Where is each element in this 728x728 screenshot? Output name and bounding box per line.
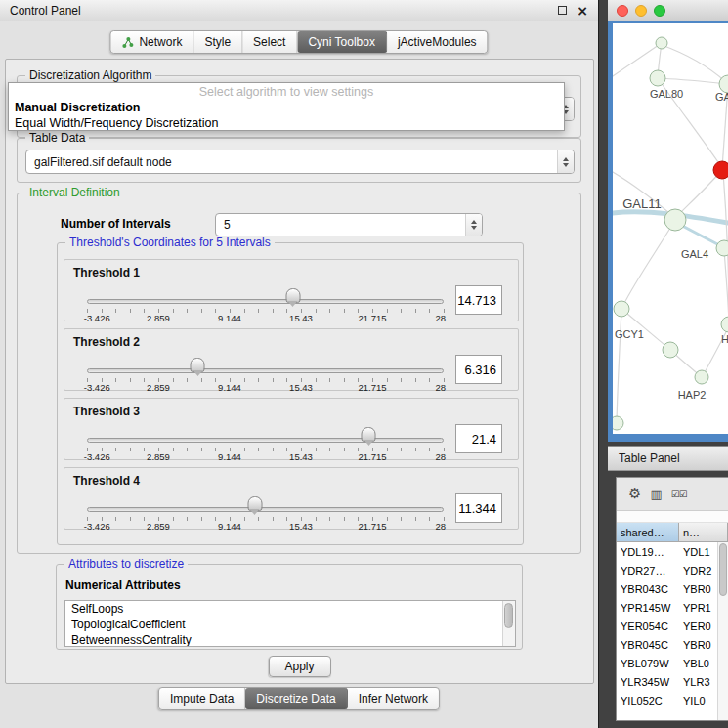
table-row[interactable]: YDR27…YDR2 <box>617 561 728 579</box>
slider-scale-label: 21.715 <box>358 451 386 462</box>
network-node[interactable] <box>664 209 686 231</box>
network-node[interactable] <box>663 342 678 358</box>
tab-label: Cyni Toolbox <box>308 35 374 49</box>
tab-network[interactable]: Network <box>110 31 193 53</box>
attributes-to-discretize-group: Attributes to discretize Numerical Attri… <box>56 564 523 650</box>
table-row[interactable]: YBR045CYBR0 <box>617 635 728 654</box>
table-row[interactable]: YPR145WYPR1 <box>617 598 728 617</box>
slider-scale-label: -3.426 <box>84 382 110 393</box>
checkboxes-icon[interactable]: ☑☑ <box>671 490 687 499</box>
apply-button[interactable]: Apply <box>268 656 330 677</box>
network-window-titlebar[interactable] <box>608 0 728 21</box>
tab-impute-data[interactable]: Impute Data <box>159 688 245 709</box>
network-edge[interactable] <box>675 170 722 218</box>
table-row[interactable]: YIL052CYIL0 <box>617 691 728 709</box>
attribute-list-item[interactable]: BetweennessCentrality <box>65 632 515 647</box>
threshold-value-field[interactable]: 11.344 <box>455 493 502 523</box>
table-row[interactable]: YER054CYER0 <box>617 617 728 635</box>
control-panel-titlebar[interactable]: Control Panel × <box>0 0 598 21</box>
slider-scale-label: -3.426 <box>84 451 110 462</box>
threshold-value-field[interactable]: 6.316 <box>455 355 502 384</box>
tab-discretize-data[interactable]: Discretize Data <box>245 688 347 709</box>
network-canvas[interactable]: GAL80GAGAL11GAL4GCY1HHAP2 <box>613 23 728 434</box>
slider-scale: -3.4262.8599.14415.4321.71528 <box>87 451 444 463</box>
network-view-window: GAL80GAGAL11GAL4GCY1HHAP2 <box>608 0 728 442</box>
column-header-shared-name[interactable]: shared… <box>617 523 679 542</box>
slider-thumb[interactable] <box>285 288 300 307</box>
table-row[interactable]: YBL079WYBL0 <box>617 654 728 672</box>
zoom-traffic-light-icon[interactable] <box>654 5 665 17</box>
table-data-select[interactable]: galFiltered.sif default node <box>25 150 575 174</box>
network-node[interactable] <box>613 416 623 430</box>
network-edge[interactable] <box>617 311 621 421</box>
network-edge[interactable] <box>662 45 726 82</box>
network-node[interactable] <box>695 370 708 384</box>
table-browser-window: ⚙ ▥ ☑☑ shared… n… YDL19…YDL1YDR27…YDR2YB… <box>616 477 728 721</box>
control-panel-title: Control Panel <box>10 4 558 18</box>
table-cell: YDL19… <box>617 542 679 561</box>
slider-thumb[interactable] <box>191 358 205 376</box>
network-canvas-svg[interactable]: GAL80GAGAL11GAL4GCY1HHAP2 <box>613 23 728 434</box>
number-of-intervals-label: Number of Intervals <box>61 217 171 231</box>
threshold-label: Threshold 4 <box>73 474 140 488</box>
threshold-slider[interactable] <box>87 366 444 376</box>
table-row[interactable]: YDL19…YDL1 <box>617 542 728 561</box>
slider-scale: -3.4262.8599.14415.4321.71528 <box>87 521 444 533</box>
close-traffic-light-icon[interactable] <box>617 5 628 17</box>
threshold-2-panel: Threshold 2 -3.4262.8599.14415.4321.7152… <box>64 328 519 391</box>
slider-scale-label: 21.715 <box>358 521 386 532</box>
table-header-row: shared… n… <box>617 523 728 542</box>
slider-thumb[interactable] <box>247 496 262 515</box>
network-node[interactable] <box>716 240 728 256</box>
threshold-3-panel: Threshold 3 -3.4262.8599.14415.4321.7152… <box>64 398 519 460</box>
tab-label: Network <box>139 35 182 49</box>
threshold-slider[interactable] <box>87 436 444 446</box>
network-node[interactable] <box>721 317 728 332</box>
popup-option-equal-width-frequency[interactable]: Equal Width/Frequency Discretization <box>9 115 564 131</box>
threshold-value-field[interactable]: 21.4 <box>455 424 502 453</box>
table-panel-header[interactable]: Table Panel <box>608 446 728 471</box>
network-node-label: GAL80 <box>650 88 683 100</box>
numerical-attributes-list[interactable]: SelfLoopsTopologicalCoefficientBetweenne… <box>64 600 516 647</box>
tab-jactivemodules[interactable]: jActiveModules <box>387 31 488 53</box>
slider-scale-label: 2.859 <box>147 313 170 323</box>
scrollbar-thumb[interactable] <box>504 603 513 628</box>
threshold-slider[interactable] <box>87 297 444 307</box>
network-node[interactable] <box>614 301 629 317</box>
combo-stepper-icon <box>557 150 574 173</box>
table-row[interactable]: YLR345WYLR3 <box>617 672 728 691</box>
network-node[interactable] <box>650 70 665 86</box>
attribute-list-item[interactable]: SelfLoops <box>65 601 515 617</box>
slider-scale-label: 9.144 <box>218 382 241 393</box>
popup-option-manual-discretization[interactable]: Manual Discretization <box>9 100 564 115</box>
network-node-selected-red[interactable] <box>713 161 728 179</box>
network-node[interactable] <box>656 37 667 49</box>
tab-cyni-toolbox[interactable]: Cyni Toolbox <box>297 31 386 53</box>
network-edge[interactable] <box>658 78 728 84</box>
threshold-coordinates-group-label: Threshold's Coordinates for 5 Intervals <box>65 236 275 249</box>
close-icon[interactable]: × <box>577 4 588 18</box>
network-edge[interactable] <box>622 220 675 307</box>
tab-infer-network[interactable]: Infer Network <box>348 688 439 709</box>
gear-icon[interactable]: ⚙ <box>628 487 641 501</box>
threshold-slider[interactable] <box>87 505 444 515</box>
slider-scale-label: 2.859 <box>147 382 170 393</box>
column-header-name[interactable]: n… <box>679 523 728 542</box>
list-scrollbar[interactable] <box>502 601 515 646</box>
slider-thumb[interactable] <box>362 427 376 446</box>
tab-select[interactable]: Select <box>242 31 297 53</box>
table-scrollbar[interactable] <box>717 542 728 720</box>
scrollbar-thumb[interactable] <box>719 543 727 596</box>
columns-icon[interactable]: ▥ <box>650 488 662 500</box>
table-row[interactable]: YBR043CYBR0 <box>617 579 728 598</box>
slider-track <box>87 507 444 512</box>
network-node-label: GCY1 <box>615 328 644 340</box>
tab-style[interactable]: Style <box>193 31 242 53</box>
threshold-value-field[interactable]: 14.713 <box>455 285 502 315</box>
table-cell: YPR145W <box>617 598 679 617</box>
number-of-intervals-select[interactable]: 5 <box>215 213 483 236</box>
attribute-list-item[interactable]: TopologicalCoefficient <box>65 617 515 632</box>
tab-label: Infer Network <box>359 692 428 706</box>
float-window-icon[interactable] <box>558 6 567 15</box>
minimize-traffic-light-icon[interactable] <box>635 5 647 17</box>
